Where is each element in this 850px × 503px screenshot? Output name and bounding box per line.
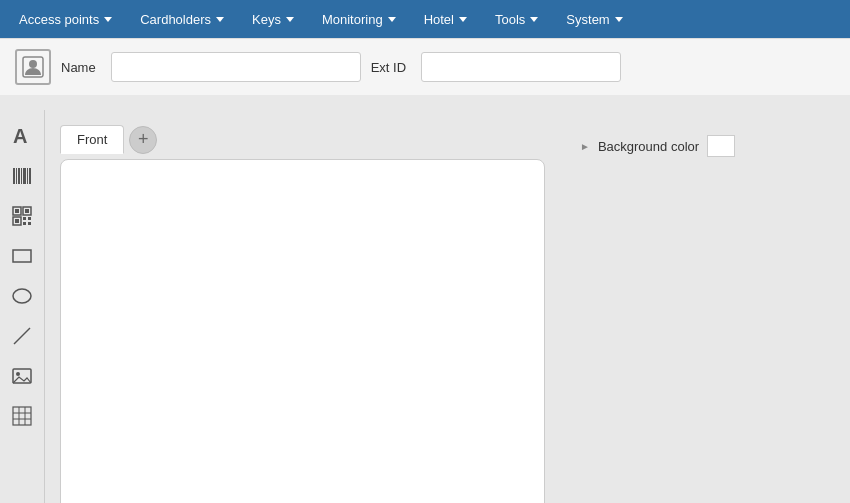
svg-rect-16 <box>23 217 26 220</box>
svg-rect-3 <box>13 168 15 184</box>
extid-label: Ext ID <box>371 60 406 75</box>
card-editor-panel: Front + ► Background color <box>45 110 850 503</box>
nav-access-points-caret <box>104 17 112 22</box>
ellipse-tool-button[interactable] <box>6 280 38 312</box>
grid-tool-button[interactable] <box>6 400 38 432</box>
rectangle-tool-button[interactable] <box>6 240 38 272</box>
image-tool-button[interactable] <box>6 360 38 392</box>
nav-tools[interactable]: Tools <box>481 4 552 35</box>
svg-rect-18 <box>23 222 26 225</box>
nav-access-points[interactable]: Access points <box>5 4 126 35</box>
svg-text:A: A <box>13 125 27 147</box>
canvas-area[interactable] <box>60 159 545 503</box>
nav-tools-caret <box>530 17 538 22</box>
svg-rect-15 <box>15 219 19 223</box>
svg-rect-8 <box>27 168 28 184</box>
left-toolbar: A <box>0 110 45 503</box>
barcode-tool-button[interactable] <box>6 160 38 192</box>
nav-hotel-label: Hotel <box>424 12 454 27</box>
name-label: Name <box>61 60 96 75</box>
svg-rect-5 <box>18 168 20 184</box>
svg-rect-7 <box>23 168 26 184</box>
nav-monitoring-label: Monitoring <box>322 12 383 27</box>
svg-rect-4 <box>16 168 17 184</box>
nav-system[interactable]: System <box>552 4 636 35</box>
svg-rect-11 <box>15 209 19 213</box>
nav-keys-label: Keys <box>252 12 281 27</box>
svg-point-1 <box>29 60 37 68</box>
name-input[interactable] <box>111 52 361 82</box>
nav-monitoring[interactable]: Monitoring <box>308 4 410 35</box>
bg-color-label: Background color <box>598 139 699 154</box>
main-content: A <box>0 110 850 503</box>
navbar: Access points Cardholders Keys Monitorin… <box>0 0 850 38</box>
tab-front-label: Front <box>77 132 107 147</box>
line-tool-button[interactable] <box>6 320 38 352</box>
nav-keys[interactable]: Keys <box>238 4 308 35</box>
svg-rect-19 <box>28 222 31 225</box>
nav-system-label: System <box>566 12 609 27</box>
avatar-icon <box>15 49 51 85</box>
text-tool-button[interactable]: A <box>6 120 38 152</box>
svg-rect-25 <box>13 407 31 425</box>
qr-tool-button[interactable] <box>6 200 38 232</box>
form-row: Name Ext ID <box>0 38 850 95</box>
nav-cardholders-label: Cardholders <box>140 12 211 27</box>
svg-rect-20 <box>13 250 31 262</box>
nav-cardholders-caret <box>216 17 224 22</box>
nav-access-points-label: Access points <box>19 12 99 27</box>
bg-color-triangle-icon: ► <box>580 141 590 152</box>
bg-color-swatch[interactable] <box>707 135 735 157</box>
tab-front[interactable]: Front <box>60 125 124 154</box>
svg-rect-17 <box>28 217 31 220</box>
add-tab-button[interactable]: + <box>129 126 157 154</box>
right-panel: ► Background color <box>565 125 835 503</box>
nav-hotel[interactable]: Hotel <box>410 4 481 35</box>
svg-rect-9 <box>29 168 31 184</box>
card-area: Front + ► Background color <box>60 125 835 503</box>
svg-point-21 <box>13 289 31 303</box>
svg-point-24 <box>16 372 20 376</box>
nav-cardholders[interactable]: Cardholders <box>126 4 238 35</box>
tabs-container: Front + <box>60 125 545 154</box>
nav-system-caret <box>615 17 623 22</box>
nav-tools-label: Tools <box>495 12 525 27</box>
svg-line-22 <box>14 328 30 344</box>
bg-color-row: ► Background color <box>580 135 820 157</box>
extid-input[interactable] <box>421 52 621 82</box>
card-editor: Front + <box>60 125 545 503</box>
svg-rect-6 <box>21 168 22 184</box>
nav-monitoring-caret <box>388 17 396 22</box>
nav-hotel-caret <box>459 17 467 22</box>
svg-rect-13 <box>25 209 29 213</box>
nav-keys-caret <box>286 17 294 22</box>
